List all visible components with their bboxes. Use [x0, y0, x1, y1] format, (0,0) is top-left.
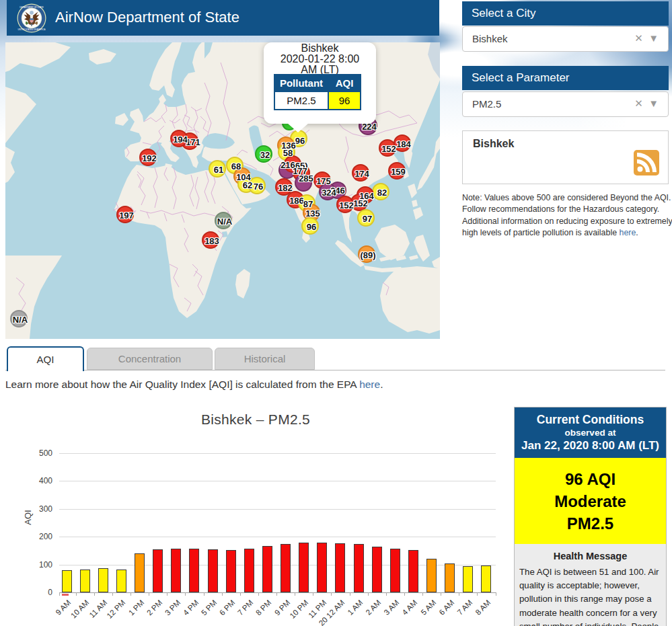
svg-text:DEPARTMENT OF STATE: DEPARTMENT OF STATE — [20, 6, 43, 9]
svg-text:UNITED STATES OF AMERICA: UNITED STATES OF AMERICA — [17, 28, 45, 31]
